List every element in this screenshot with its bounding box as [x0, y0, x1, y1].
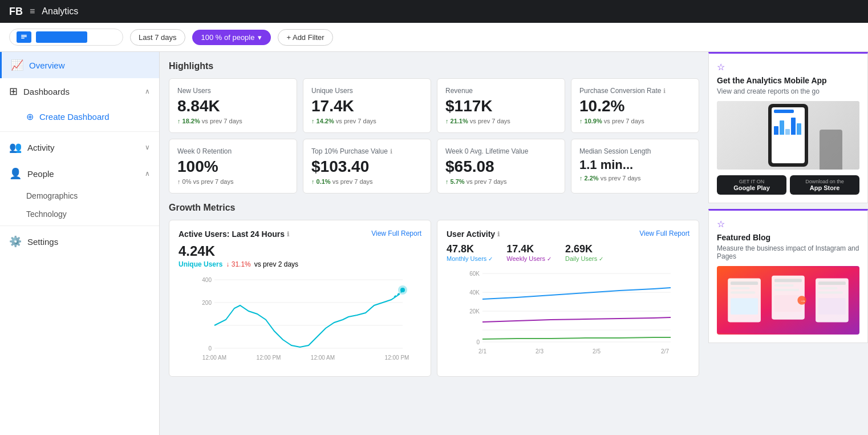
- app-store-badge[interactable]: Download on the App Store: [790, 175, 859, 195]
- sidebar-item-activity-label: Activity: [27, 143, 55, 152]
- info-icon-active-users[interactable]: ℹ: [287, 231, 289, 238]
- filter-bar: Last 7 days 100 % of people ▾ + Add Filt…: [0, 23, 868, 52]
- featured-blog-star-icon: ☆: [717, 219, 859, 229]
- sidebar-divider-2: [0, 225, 159, 226]
- card-change-lifetime: ↑ 5.7% vs prev 7 days: [445, 178, 557, 185]
- highlights-grid: New Users 8.84K ↑ 18.2% vs prev 7 days U…: [169, 78, 699, 194]
- view-full-active-users[interactable]: View Full Report: [371, 229, 421, 237]
- metric-card-session-length: Median Session Length 1.1 min... ↑ 2.2% …: [571, 139, 699, 194]
- highlights-title: Highlights: [169, 61, 699, 71]
- highlights-section: Highlights New Users 8.84K ↑ 18.2% vs pr…: [169, 61, 699, 194]
- svg-point-13: [400, 288, 405, 292]
- activity-icon: 👥: [9, 141, 22, 154]
- svg-text:60K: 60K: [469, 271, 480, 277]
- mobile-app-promo-card: ☆ Get the Analytics Mobile App View and …: [708, 52, 868, 203]
- mobile-app-image: [717, 101, 859, 170]
- svg-rect-45: [818, 292, 843, 294]
- growth-metrics-title: Growth Metrics: [169, 203, 699, 213]
- right-panel: ☆ Get the Analytics Mobile App View and …: [708, 52, 868, 435]
- card-label-retention: Week 0 Retention: [177, 147, 289, 155]
- sidebar-sub-item-technology[interactable]: Technology: [0, 205, 159, 223]
- sidebar-item-people-label: People: [27, 169, 54, 179]
- top-nav: FB ≡ Analytics: [0, 0, 868, 23]
- sidebar-item-overview-label: Overview: [29, 61, 65, 70]
- people-filter-button[interactable]: 100 % of people ▾: [192, 30, 271, 45]
- card-value-lifetime: $65.08: [445, 158, 557, 176]
- ua-daily: 2.69K Daily Users ✓: [565, 243, 603, 262]
- app-title: Analytics: [42, 6, 78, 17]
- card-value-top-purchase: $103.40: [311, 158, 423, 176]
- date-filter-button[interactable]: Last 7 days: [130, 29, 185, 46]
- svg-text:200: 200: [202, 300, 212, 306]
- sidebar-sub-item-demographics[interactable]: Demographics: [0, 187, 159, 205]
- search-icon: [20, 33, 28, 41]
- card-value-new-users: 8.84K: [177, 97, 289, 115]
- mobile-app-star-icon: ☆: [717, 62, 859, 72]
- sidebar-item-dashboards[interactable]: ⊞ Dashboards ∧: [0, 78, 159, 104]
- ua-monthly: 47.8K Monthly Users ✓: [447, 243, 493, 262]
- search-filled[interactable]: [36, 31, 87, 43]
- sidebar-item-create-label: Create Dashboard: [39, 112, 109, 122]
- card-value-unique-users: 17.4K: [311, 97, 423, 115]
- sidebar-item-activity[interactable]: 👥 Activity ∨: [0, 134, 159, 160]
- info-icon-purchase[interactable]: ℹ: [390, 148, 392, 155]
- user-activity-metrics: 47.8K Monthly Users ✓ 17.4K Weekly Users…: [447, 243, 689, 262]
- sidebar-item-overview[interactable]: 📈 Overview: [0, 52, 159, 78]
- metric-card-top-purchase: Top 10% Purchase Value ℹ $103.40 ↑ 0.1% …: [303, 139, 431, 194]
- featured-blog-card: ☆ Featured Blog Measure the business imp…: [708, 209, 868, 343]
- card-value-retention: 100%: [177, 158, 289, 176]
- featured-blog-title: Featured Blog: [717, 233, 859, 242]
- svg-text:12:00 AM: 12:00 AM: [311, 355, 335, 361]
- svg-rect-43: [818, 281, 846, 285]
- hamburger-icon[interactable]: ≡: [30, 6, 35, 17]
- people-chevron-icon: ∧: [145, 170, 150, 178]
- card-change-session: ↑ 2.2% vs prev 7 days: [579, 175, 691, 182]
- card-change-retention: ↑ 0% vs prev 7 days: [177, 178, 289, 185]
- mobile-app-subtitle: View and create reports on the go: [717, 87, 859, 95]
- card-change-top-purchase: ↑ 0.1% vs prev 7 days: [311, 178, 423, 185]
- sidebar-item-people[interactable]: 👤 People ∧: [0, 160, 159, 187]
- metric-card-revenue: Revenue $117K ↑ 21.1% vs prev 7 days: [437, 78, 565, 133]
- add-filter-button[interactable]: + Add Filter: [278, 29, 332, 46]
- info-icon-user-activity[interactable]: ℹ: [497, 231, 500, 238]
- activity-chevron-icon: ∨: [145, 143, 150, 151]
- active-users-big-value: 4.24K: [179, 243, 421, 259]
- sidebar-item-create-dashboard[interactable]: ⊕ Create Dashboard: [0, 104, 159, 129]
- view-full-user-activity[interactable]: View Full Report: [639, 229, 689, 237]
- sidebar-item-settings[interactable]: ⚙️ Settings: [0, 228, 159, 255]
- active-users-chart-svg: 400 200 0 12:00 AM 12:00: [179, 274, 421, 365]
- featured-blog-image: →: [717, 266, 859, 335]
- people-filter-label: 100 % of people: [201, 33, 255, 42]
- svg-rect-34: [731, 287, 750, 289]
- info-icon-conversion[interactable]: ℹ: [663, 87, 666, 95]
- metric-card-retention: Week 0 Retention 100% ↑ 0% vs prev 7 day…: [169, 139, 297, 194]
- svg-rect-41: [774, 295, 802, 312]
- svg-text:40K: 40K: [469, 289, 480, 296]
- card-change-revenue: ↑ 21.1% vs prev 7 days: [445, 118, 557, 124]
- card-change-new-users: ↑ 18.2% vs prev 7 days: [177, 118, 289, 124]
- user-activity-chart-area: 60K 40K 20K 0 2/1 2/3: [447, 268, 689, 361]
- metric-card-lifetime-value: Week 0 Avg. Lifetime Value $65.08 ↑ 5.7%…: [437, 139, 565, 194]
- ua-weekly: 17.4K Weekly Users ✓: [506, 243, 551, 262]
- user-activity-title: User Activity ℹ: [447, 229, 500, 239]
- sidebar-divider: [0, 131, 159, 132]
- weekly-check-icon: ✓: [547, 256, 551, 262]
- active-users-sub: Unique Users ↓ 31.1% vs prev 2 days: [179, 260, 421, 268]
- card-label-conversion: Purchase Conversion Rate ℹ: [579, 87, 691, 95]
- demographics-label: Demographics: [26, 191, 78, 200]
- sidebar: 📈 Overview ⊞ Dashboards ∧ ⊕ Create Dashb…: [0, 52, 160, 435]
- svg-rect-33: [731, 281, 758, 285]
- user-activity-chart-header: User Activity ℹ View Full Report: [447, 229, 689, 239]
- user-activity-chart-card: User Activity ℹ View Full Report 47.8K M…: [437, 220, 699, 377]
- svg-text:2/7: 2/7: [661, 348, 669, 355]
- store-badges: GET IT ON Google Play Download on the Ap…: [717, 175, 859, 195]
- card-label-session: Median Session Length: [579, 147, 691, 155]
- card-label-top-purchase: Top 10% Purchase Value ℹ: [311, 147, 423, 155]
- google-play-badge[interactable]: GET IT ON Google Play: [717, 175, 786, 195]
- active-users-chart-header: Active Users: Last 24 Hours ℹ View Full …: [179, 229, 421, 239]
- card-change-conversion: ↑ 10.9% vs prev 7 days: [579, 118, 691, 124]
- svg-rect-36: [731, 298, 758, 315]
- svg-text:12:00 AM: 12:00 AM: [202, 355, 226, 361]
- svg-text:12:00 PM: 12:00 PM: [385, 355, 409, 361]
- svg-rect-35: [731, 292, 755, 294]
